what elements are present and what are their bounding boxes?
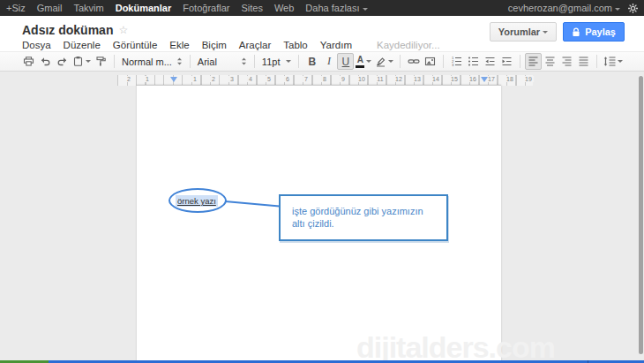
ruler-number: 12	[393, 76, 404, 82]
underline-button[interactable]: U	[337, 53, 354, 70]
numbered-list-icon: 123	[451, 56, 462, 67]
ruler-number: 1	[144, 76, 151, 82]
toolbar-separator	[298, 55, 299, 68]
vertical-scrollbar[interactable]	[639, 76, 643, 354]
chevron-down-icon	[86, 60, 91, 63]
align-left-button[interactable]	[525, 53, 542, 70]
font-size-dropdown[interactable]: 11pt	[259, 53, 295, 70]
bold-label: B	[309, 56, 317, 68]
chevron-down-icon	[615, 8, 620, 11]
chevron-down-icon	[618, 60, 623, 63]
ruler-number: 15	[449, 76, 460, 82]
italic-button[interactable]: I	[320, 53, 337, 70]
undo-icon	[40, 56, 51, 67]
comments-button[interactable]: Yorumlar	[490, 22, 557, 42]
topbar-link-documents[interactable]: Dokümanlar	[116, 3, 172, 13]
highlight-icon	[375, 56, 386, 67]
align-justify-button[interactable]	[575, 53, 592, 70]
toolbar-separator	[190, 55, 191, 68]
menu-help[interactable]: Yardım	[320, 40, 352, 50]
google-black-bar: +Siz Gmail Takvim Dokümanlar Fotoğraflar…	[0, 0, 644, 16]
ruler-number: 5	[266, 76, 273, 82]
ruler-number: 4	[247, 76, 254, 82]
outdent-button[interactable]	[482, 53, 498, 70]
menu-table[interactable]: Tablo	[283, 40, 308, 50]
font-value: Arial	[198, 57, 236, 67]
toolbar-separator	[596, 55, 597, 68]
styles-dropdown[interactable]: Normal m...	[119, 53, 185, 70]
highlight-button[interactable]	[373, 53, 395, 70]
menu-edit[interactable]: Düzenle	[64, 40, 101, 50]
chevron-down-icon	[286, 60, 291, 63]
font-dropdown[interactable]: Arial	[195, 53, 250, 70]
right-indent-marker[interactable]	[481, 77, 488, 82]
insert-image-button[interactable]	[422, 53, 438, 70]
align-center-button[interactable]	[542, 53, 558, 70]
outdent-icon	[484, 56, 496, 67]
topbar-link-plus-you[interactable]: +Siz	[6, 3, 26, 13]
share-label: Paylaş	[585, 26, 616, 37]
menu-file[interactable]: Dosya	[22, 40, 51, 50]
topbar-link-more[interactable]: Daha fazlası	[305, 3, 367, 13]
comments-label: Yorumlar	[498, 26, 540, 37]
account-email[interactable]: cevherozan@gmail.com	[508, 3, 620, 13]
menu-view[interactable]: Görüntüle	[113, 40, 158, 50]
watermark: dijitalders.com	[273, 330, 638, 363]
document-title[interactable]: Adsız doküman	[22, 23, 113, 37]
toolbar-separator	[520, 55, 520, 68]
topbar-link-calendar[interactable]: Takvim	[73, 3, 103, 13]
numbered-list-button[interactable]: 123	[448, 53, 465, 70]
paint-format-button[interactable]	[93, 53, 109, 70]
menu-format[interactable]: Biçim	[202, 40, 227, 50]
annotation-callout-text: işte gördüğünüz gibi yazımızın altı çizi…	[281, 196, 446, 230]
topbar-link-sites[interactable]: Sites	[241, 3, 262, 13]
toolbar-separator	[254, 55, 255, 68]
toolbar-separator	[443, 55, 444, 68]
menubar: Dosya Düzenle Görüntüle Ekle Biçim Araçl…	[22, 40, 440, 50]
toolbar-separator	[400, 55, 401, 68]
chevron-down-icon	[543, 31, 548, 34]
annotation-ellipse	[168, 188, 227, 213]
ruler-number: 6	[284, 76, 291, 82]
bullet-list-button[interactable]	[465, 53, 482, 70]
line-spacing-button[interactable]	[602, 53, 625, 70]
topbar-link-web[interactable]: Web	[274, 3, 294, 13]
ruler-number: 9	[340, 76, 347, 82]
text-color-icon: A	[356, 56, 364, 68]
redo-icon	[56, 56, 68, 67]
italic-label: I	[327, 55, 331, 68]
undo-button[interactable]	[37, 53, 54, 70]
chevron-up-down-icon	[241, 57, 247, 66]
text-color-button[interactable]: A	[354, 53, 373, 70]
ruler-number: 11	[375, 76, 385, 82]
paint-format-icon	[95, 56, 107, 67]
svg-text:3: 3	[452, 63, 454, 67]
print-icon	[23, 56, 34, 67]
gear-icon[interactable]	[627, 3, 639, 14]
menu-insert[interactable]: Ekle	[169, 40, 189, 50]
bold-button[interactable]: B	[303, 53, 320, 70]
align-right-button[interactable]	[558, 53, 575, 70]
ruler-number: 13	[412, 76, 423, 82]
document-header: Adsız doküman ☆ Dosya Düzenle Görüntüle …	[0, 16, 644, 51]
star-icon[interactable]: ☆	[118, 24, 128, 36]
left-indent-marker[interactable]	[170, 77, 177, 82]
insert-link-button[interactable]	[405, 53, 422, 70]
indent-button[interactable]	[498, 53, 515, 70]
ruler-number: 7	[303, 76, 310, 82]
menu-tools[interactable]: Araçlar	[239, 40, 271, 50]
topbar-link-photos[interactable]: Fotoğraflar	[183, 3, 229, 13]
print-button[interactable]	[20, 53, 37, 70]
ruler-number: 19	[523, 76, 534, 82]
line-spacing-icon	[603, 56, 616, 67]
ruler-number: 14	[431, 76, 441, 82]
web-clipboard-button[interactable]	[71, 53, 93, 70]
share-button[interactable]: Paylaş	[563, 22, 625, 42]
saving-status: Kaydediliyor...	[377, 40, 440, 50]
redo-button[interactable]	[54, 53, 71, 70]
text-color-label: A	[357, 56, 363, 64]
topbar-link-gmail[interactable]: Gmail	[37, 3, 63, 13]
align-justify-icon	[578, 56, 589, 67]
chevron-down-icon	[366, 60, 371, 63]
toolbar-separator	[114, 55, 115, 68]
